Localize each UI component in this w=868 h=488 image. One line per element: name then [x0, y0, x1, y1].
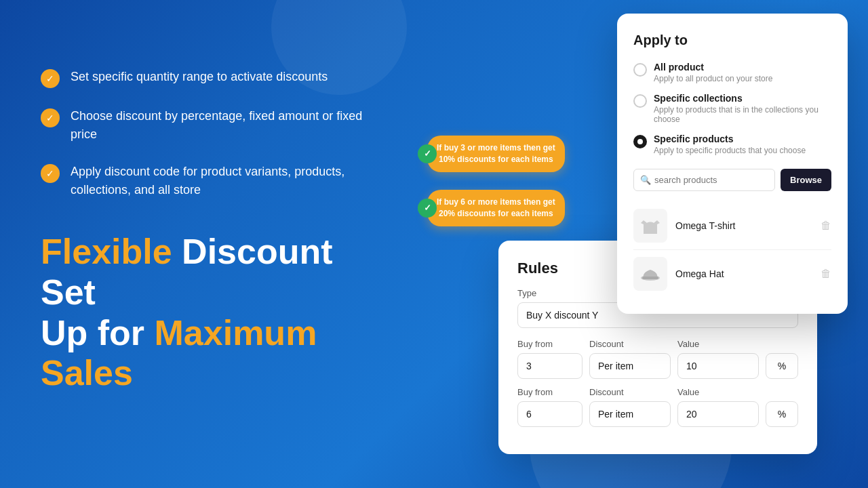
feature-item-3: ✓ Apply discount code for product varian…	[41, 163, 380, 199]
radio-specific-products[interactable]: Specific products Apply to specific prod…	[633, 134, 831, 155]
rules-row-1: Buy from Discount Value	[517, 339, 798, 379]
headline-flexible: Flexible	[41, 232, 182, 271]
discount-badge-2: ✓ If buy 6 or more items then get20% dis…	[427, 190, 565, 226]
feature-text-2: Choose discount by percentage, fixed amo…	[71, 107, 380, 144]
buy-from-group-1: Buy from	[517, 339, 583, 379]
badge-text-2: If buy 6 or more items then get20% disco…	[437, 197, 555, 218]
check-icon-1: ✓	[41, 69, 60, 88]
radio-sublabel-collections: Apply to products that is in the collect…	[654, 105, 831, 124]
radio-label-products: Specific products	[654, 134, 806, 144]
buy-from-input-1[interactable]	[517, 353, 583, 379]
feature-item-2: ✓ Choose discount by percentage, fixed a…	[41, 107, 380, 144]
pct-label-2	[766, 387, 798, 397]
product-item-tshirt: Omega T-shirt 🗑	[633, 202, 831, 250]
pct-group-1	[766, 339, 798, 379]
radio-group: All product Apply to all product on your…	[633, 62, 831, 155]
value-group-2: Value	[677, 387, 759, 427]
browse-button[interactable]: Browse	[781, 169, 831, 191]
product-list: Omega T-shirt 🗑 Omega Hat 🗑	[633, 202, 831, 298]
buy-from-input-2[interactable]	[517, 401, 583, 427]
search-icon: 🔍	[640, 175, 651, 185]
check-icon-3: ✓	[41, 164, 60, 183]
product-thumb-hat	[633, 257, 667, 291]
discount-input-1[interactable]	[589, 353, 671, 379]
radio-sublabel-all-product: Apply to all product on your store	[654, 74, 772, 83]
headline-line2: Up for Maximum	[41, 313, 380, 354]
value-label-1: Value	[677, 339, 759, 349]
buy-from-label-1: Buy from	[517, 339, 583, 349]
search-input-wrap: 🔍	[633, 169, 775, 191]
discount-input-2[interactable]	[589, 401, 671, 427]
radio-label-collections: Specific collections	[654, 93, 831, 104]
rules-row-2: Buy from Discount Value	[517, 387, 798, 427]
delete-icon-hat[interactable]: 🗑	[821, 268, 831, 280]
product-thumb-tshirt	[633, 209, 667, 243]
check-icon-2: ✓	[41, 108, 60, 127]
apply-to-title: Apply to	[633, 33, 831, 48]
value-label-2: Value	[677, 387, 759, 397]
value-input-1[interactable]	[677, 353, 759, 379]
headline: Flexible Discount Set Up for Maximum Sal…	[41, 232, 380, 394]
headline-line3: Sales	[41, 353, 380, 394]
buy-from-group-2: Buy from	[517, 387, 583, 427]
radio-specific-collections[interactable]: Specific collections Apply to products t…	[633, 93, 831, 124]
radio-circle-collections	[633, 94, 647, 108]
feature-text-3: Apply discount code for product variants…	[71, 163, 380, 199]
pct-input-2[interactable]	[766, 401, 798, 427]
product-name-hat: Omega Hat	[675, 268, 812, 279]
product-item-hat: Omega Hat 🗑	[633, 250, 831, 298]
pct-label-1	[766, 339, 798, 349]
left-panel: ✓ Set specific quantity range to activat…	[41, 68, 380, 394]
headline-up-for: Up for	[41, 313, 155, 352]
radio-circle-products	[633, 135, 647, 148]
feature-item-1: ✓ Set specific quantity range to activat…	[41, 68, 380, 88]
discount-label-1: Discount	[589, 339, 671, 349]
headline-line1: Flexible Discount Set	[41, 232, 380, 313]
discount-badge-1: ✓ If buy 3 or more items then get10% dis…	[427, 136, 565, 172]
headline-sales: Sales	[41, 353, 133, 392]
discount-group-2: Discount	[589, 387, 671, 427]
pct-group-2	[766, 387, 798, 427]
value-input-2[interactable]	[677, 401, 759, 427]
pct-input-1[interactable]	[766, 353, 798, 379]
delete-icon-tshirt[interactable]: 🗑	[821, 220, 831, 232]
search-row: 🔍 Browse	[633, 169, 831, 191]
discount-label-2: Discount	[589, 387, 671, 397]
badge-check-1: ✓	[418, 144, 437, 163]
badge-text-1: If buy 3 or more items then get10% disco…	[437, 143, 555, 164]
badge-check-2: ✓	[418, 199, 437, 218]
radio-label-group-products: Specific products Apply to specific prod…	[654, 134, 806, 155]
headline-maximum: Maximum	[155, 313, 317, 352]
radio-all-product[interactable]: All product Apply to all product on your…	[633, 62, 831, 83]
radio-label-all-product: All product	[654, 62, 772, 73]
product-name-tshirt: Omega T-shirt	[675, 220, 812, 231]
apply-to-card: Apply to All product Apply to all produc…	[617, 14, 848, 314]
discount-group-1: Discount	[589, 339, 671, 379]
radio-label-group-all: All product Apply to all product on your…	[654, 62, 772, 83]
svg-rect-1	[642, 277, 658, 279]
value-group-1: Value	[677, 339, 759, 379]
radio-sublabel-products: Apply to specific products that you choo…	[654, 146, 806, 155]
search-input[interactable]	[633, 169, 775, 191]
radio-label-group-collections: Specific collections Apply to products t…	[654, 93, 831, 124]
buy-from-label-2: Buy from	[517, 387, 583, 397]
radio-circle-all-product	[633, 63, 647, 77]
feature-list: ✓ Set specific quantity range to activat…	[41, 68, 380, 199]
feature-text-1: Set specific quantity range to activate …	[71, 68, 328, 86]
